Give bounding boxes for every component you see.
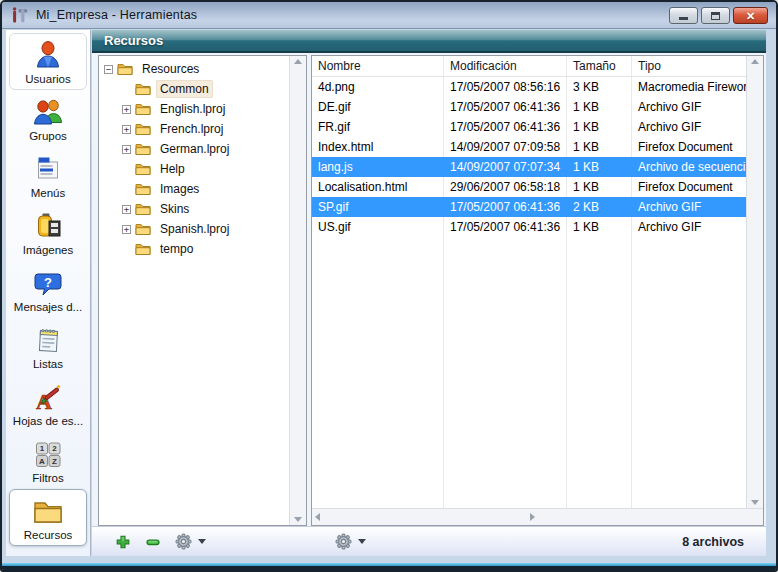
cell-type: Firefox Document	[632, 177, 746, 197]
window-title: Mi_Empresa - Herramientas	[36, 8, 669, 22]
add-button[interactable]	[110, 530, 136, 554]
folder-icon	[135, 142, 151, 156]
tree-item-skins[interactable]: + Skins	[99, 199, 289, 219]
file-row-us-gif[interactable]: US.gif 17/05/2007 06:41:36 1 KB Archivo …	[312, 217, 746, 237]
tree-item-common[interactable]: Common	[99, 79, 289, 99]
maximize-button[interactable]	[701, 7, 730, 24]
scroll-up-icon[interactable]	[294, 59, 302, 64]
tree-vertical-scrollbar[interactable]	[289, 56, 306, 525]
file-row-fr-gif[interactable]: FR.gif 17/05/2007 06:41:36 1 KB Archivo …	[312, 117, 746, 137]
cell-size: 1 KB	[567, 157, 632, 177]
column-header-tipo[interactable]: Tipo	[632, 56, 746, 76]
folder-icon	[117, 62, 133, 76]
sidebar-item-recursos[interactable]: Recursos	[9, 489, 87, 546]
column-header-tamano[interactable]: Tamaño	[567, 56, 632, 76]
sidebar-item-mensajes-d[interactable]: Mensajes d...	[9, 261, 87, 318]
cell-modified: 17/05/2007 06:41:36	[444, 217, 567, 237]
sidebar-item-filtros[interactable]: Filtros	[9, 432, 87, 489]
actions-right-button[interactable]	[330, 530, 356, 554]
file-row-sp-gif[interactable]: SP.gif 17/05/2007 06:41:36 2 KB Archivo …	[312, 197, 746, 217]
tree-item-tempo[interactable]: tempo	[99, 239, 289, 259]
column-header-nombre[interactable]: Nombre	[312, 56, 444, 76]
folder-icon	[135, 222, 151, 236]
section-title: Recursos	[104, 33, 163, 48]
maximize-icon	[711, 12, 720, 20]
sidebar-item-usuarios[interactable]: Usuarios	[9, 33, 87, 90]
cell-type: Macromedia Firework	[632, 77, 746, 97]
sidebar-item-hojas-de-es[interactable]: Hojas de es...	[9, 375, 87, 432]
tree-item-label: Help	[156, 160, 189, 178]
cell-modified: 17/05/2007 06:41:36	[444, 117, 567, 137]
tree-item-french-lproj[interactable]: + French.lproj	[99, 119, 289, 139]
bottom-toolbar: 8 archivos	[92, 526, 766, 556]
tree-expander-icon[interactable]: +	[122, 145, 131, 154]
dropdown-caret-icon[interactable]	[358, 539, 366, 544]
tree-item-spanish-lproj[interactable]: + Spanish.lproj	[99, 219, 289, 239]
minimize-icon	[679, 17, 688, 20]
cell-name: Index.html	[312, 137, 444, 157]
sidebar-item-imagenes[interactable]: Imágenes	[9, 204, 87, 261]
folder-icon	[135, 162, 151, 176]
sidebar-item-grupos[interactable]: Grupos	[9, 90, 87, 147]
user-icon	[32, 39, 64, 71]
gear-icon	[175, 533, 192, 550]
actions-left-button[interactable]	[170, 530, 196, 554]
sidebar-item-label: Hojas de es...	[13, 415, 83, 427]
gear-icon	[335, 533, 352, 550]
file-row-4d-png[interactable]: 4d.png 17/05/2007 08:56:16 3 KB Macromed…	[312, 77, 746, 97]
table-horizontal-scrollbar[interactable]	[312, 508, 763, 525]
sidebar-item-label: Filtros	[32, 472, 63, 484]
sidebar-item-label: Usuarios	[25, 73, 70, 85]
content-area: Recursos − Resources Common + English.lp…	[92, 30, 766, 556]
tree-item-label: Spanish.lproj	[156, 220, 233, 238]
tree-item-label: tempo	[156, 240, 197, 258]
tree-expander-icon[interactable]: +	[122, 105, 131, 114]
minimize-button[interactable]	[669, 7, 698, 24]
tree-expander-icon[interactable]: −	[104, 65, 113, 74]
tree-item-label: Resources	[138, 60, 203, 78]
file-row-de-gif[interactable]: DE.gif 17/05/2007 06:41:36 1 KB Archivo …	[312, 97, 746, 117]
scroll-down-icon[interactable]	[294, 517, 302, 522]
remove-button[interactable]	[140, 530, 166, 554]
cell-type: Archivo GIF	[632, 97, 746, 117]
tree-item-resources[interactable]: − Resources	[99, 59, 289, 79]
cell-modified: 17/05/2007 08:56:16	[444, 77, 567, 97]
sidebar-item-listas[interactable]: Listas	[9, 318, 87, 375]
titlebar[interactable]: Mi_Empresa - Herramientas	[2, 2, 776, 29]
app-window: Mi_Empresa - Herramientas Usuarios Grupo…	[0, 0, 778, 572]
column-header-modificacion[interactable]: Modificación	[444, 56, 567, 76]
lists-icon	[32, 324, 64, 356]
folder-icon	[135, 102, 151, 116]
cell-modified: 14/09/2007 07:07:34	[444, 157, 567, 177]
dropdown-caret-icon[interactable]	[198, 539, 206, 544]
tree-item-label: Common	[156, 80, 213, 98]
sidebar-item-menus[interactable]: Menús	[9, 147, 87, 204]
folder-tree: − Resources Common + English.lproj + Fre…	[99, 56, 289, 525]
filters-icon	[32, 438, 64, 470]
tree-item-german-lproj[interactable]: + German.lproj	[99, 139, 289, 159]
sidebar-item-label: Grupos	[29, 130, 67, 142]
tree-item-english-lproj[interactable]: + English.lproj	[99, 99, 289, 119]
file-row-index-html[interactable]: Index.html 14/09/2007 07:09:58 1 KB Fire…	[312, 137, 746, 157]
file-row-lang-js[interactable]: lang.js 14/09/2007 07:07:34 1 KB Archivo…	[312, 157, 746, 177]
tree-item-help[interactable]: Help	[99, 159, 289, 179]
cell-size: 1 KB	[567, 137, 632, 157]
tree-expander-icon[interactable]: +	[122, 205, 131, 214]
table-vertical-scrollbar[interactable]	[746, 56, 763, 508]
scroll-left-icon[interactable]	[315, 513, 320, 521]
file-grid: NombreModificaciónTamañoTipo 4d.png 17/0…	[312, 56, 746, 508]
folder-icon	[135, 82, 151, 96]
tree-item-images[interactable]: Images	[99, 179, 289, 199]
images-icon	[32, 210, 64, 242]
cell-name: SP.gif	[312, 197, 444, 217]
scroll-down-icon[interactable]	[751, 500, 759, 505]
tree-expander-icon[interactable]: +	[122, 125, 131, 134]
tree-expander-icon[interactable]: +	[122, 225, 131, 234]
scroll-right-icon[interactable]	[530, 513, 535, 521]
cell-name: lang.js	[312, 157, 444, 177]
cell-size: 2 KB	[567, 197, 632, 217]
scroll-up-icon[interactable]	[751, 59, 759, 64]
cell-modified: 17/05/2007 06:41:36	[444, 97, 567, 117]
close-button[interactable]	[733, 7, 768, 24]
file-row-localisation-html[interactable]: Localisation.html 29/06/2007 06:58:18 1 …	[312, 177, 746, 197]
